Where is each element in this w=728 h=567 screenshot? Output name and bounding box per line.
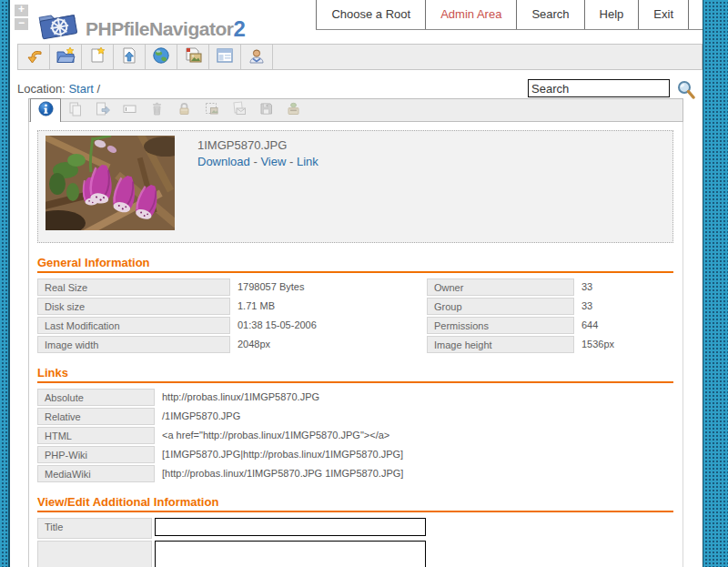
menu-item-search[interactable]: Search	[516, 0, 583, 29]
row-value: 1798057 Bytes	[230, 278, 427, 296]
row-value: 33	[574, 278, 673, 296]
table-row: Last Modification 01:38 15-05-2006 Permi…	[37, 317, 673, 334]
form-row: Description	[37, 541, 673, 567]
links-heading: Links	[37, 366, 673, 383]
view-link[interactable]: View	[260, 155, 286, 168]
lock-icon	[177, 101, 192, 120]
field-label: Title	[37, 518, 152, 539]
toolbar-button-user[interactable]	[241, 45, 273, 69]
row-value: 1536px	[574, 336, 673, 353]
row-value: 2048px	[230, 336, 427, 353]
tab-copy[interactable]	[61, 99, 88, 121]
toolbar-button-new-file[interactable]	[82, 45, 114, 69]
preview-details: 1IMGP5870.JPG Download - View - Link	[197, 138, 318, 168]
toolbar-button-back[interactable]	[18, 45, 50, 69]
back-icon	[24, 46, 44, 69]
row-label: Owner	[427, 278, 574, 296]
collapse-button[interactable]: −	[15, 18, 28, 30]
tab-move[interactable]	[88, 99, 116, 121]
select-image-icon	[204, 101, 219, 120]
send-mail-icon	[231, 101, 247, 120]
upload-file-icon	[119, 46, 139, 69]
row-label: Image height	[427, 336, 574, 353]
menu-end-divider	[688, 0, 703, 29]
row-label: MediaWiki	[37, 465, 155, 482]
logo-folder-icon	[35, 4, 80, 46]
toolbar-button-upload-file[interactable]	[114, 45, 146, 69]
tab-archive[interactable]	[279, 99, 307, 121]
file-action-tabs	[28, 98, 683, 122]
table-row: Real Size 1798057 Bytes Owner 33	[37, 278, 673, 296]
logo-version: 2	[233, 16, 245, 46]
user-icon	[247, 46, 267, 69]
logo-text: PHPfileNavigator	[86, 18, 233, 46]
tab-info[interactable]	[30, 98, 61, 122]
file-preview-box: 1IMGP5870.JPG Download - View - Link	[37, 130, 673, 243]
table-row: Absolute http://probas.linux/1IMGP5870.J…	[37, 389, 673, 406]
row-label: Relative	[37, 408, 155, 425]
field-label: Description	[37, 541, 152, 567]
row-label: PHP-Wiki	[37, 446, 155, 463]
menu-item-choose-root[interactable]: Choose a Root	[316, 0, 425, 29]
top-menu: Choose a Root Admin Area Search Help Exi…	[316, 0, 703, 30]
row-value: [1IMGP5870.JPG|http://probas.linux/1IMGP…	[155, 446, 673, 463]
download-link[interactable]: Download	[197, 155, 250, 168]
delete-icon	[149, 101, 165, 120]
tab-save[interactable]	[252, 99, 279, 121]
row-value: 01:38 15-05-2006	[230, 317, 427, 334]
file-action-links: Download - View - Link	[197, 155, 318, 168]
row-label: HTML	[37, 427, 155, 444]
general-info-table: Real Size 1798057 Bytes Owner 33 Disk si…	[37, 278, 673, 353]
menu-item-admin-area[interactable]: Admin Area	[425, 0, 516, 29]
title-field[interactable]	[155, 518, 426, 536]
additional-info-form: Title Description	[37, 518, 673, 567]
expand-button[interactable]: +	[15, 5, 28, 16]
row-value: 33	[574, 298, 673, 315]
link-link[interactable]: Link	[297, 155, 318, 168]
menu-item-exit[interactable]: Exit	[638, 0, 688, 29]
row-label: Disk size	[37, 298, 230, 315]
description-field[interactable]	[155, 541, 426, 567]
info-icon	[38, 101, 54, 120]
link-separator: -	[289, 155, 293, 168]
toolbar-button-paste-image[interactable]	[177, 45, 209, 69]
row-value: 644	[574, 317, 673, 334]
right-edge-decoration	[703, 0, 728, 567]
tab-rename[interactable]	[116, 99, 143, 121]
row-value: 1.71 MB	[230, 298, 427, 315]
row-value: <a href="http://probas.linux/1IMGP5870.J…	[155, 427, 673, 444]
tab-delete[interactable]	[143, 99, 170, 121]
general-info-heading: General Information	[37, 256, 673, 273]
left-edge-decoration	[0, 0, 10, 567]
tab-send-mail[interactable]	[225, 99, 252, 121]
toolbar-button-window-view[interactable]	[209, 45, 241, 69]
toolbar-button-new-folder[interactable]	[50, 45, 82, 69]
menu-item-help[interactable]: Help	[584, 0, 639, 29]
row-label: Last Modification	[37, 317, 230, 334]
toolbar-button-internet[interactable]	[146, 45, 177, 69]
new-folder-icon	[56, 46, 76, 69]
collapse-controls: + −	[15, 5, 28, 32]
row-label: Permissions	[427, 317, 574, 334]
search-input[interactable]	[528, 79, 670, 97]
image-thumbnail[interactable]	[46, 136, 175, 230]
row-label: Group	[427, 298, 574, 315]
row-label: Real Size	[37, 278, 230, 296]
row-value: [http://probas.linux/1IMGP5870.JPG 1IMGP…	[155, 465, 673, 482]
additional-info-heading: View/Edit Additional Information	[37, 495, 673, 512]
location-bar: Location: Start /	[17, 82, 100, 96]
table-row: HTML <a href="http://probas.linux/1IMGP5…	[37, 427, 673, 444]
row-value: http://probas.linux/1IMGP5870.JPG	[155, 389, 673, 406]
table-row: Relative /1IMGP5870.JPG	[37, 408, 673, 425]
row-label: Absolute	[37, 389, 155, 406]
links-table: Absolute http://probas.linux/1IMGP5870.J…	[37, 389, 673, 482]
tab-select-image[interactable]	[197, 99, 225, 121]
tab-lock[interactable]	[170, 99, 197, 121]
table-row: Image width 2048px Image height 1536px	[37, 336, 673, 353]
archive-icon	[286, 101, 301, 120]
paste-image-icon	[183, 46, 203, 69]
link-separator: -	[253, 155, 257, 168]
main-toolbar	[17, 44, 703, 70]
breadcrumb-root-link[interactable]: Start	[68, 82, 93, 96]
content-panel: 1IMGP5870.JPG Download - View - Link Gen…	[28, 122, 683, 567]
